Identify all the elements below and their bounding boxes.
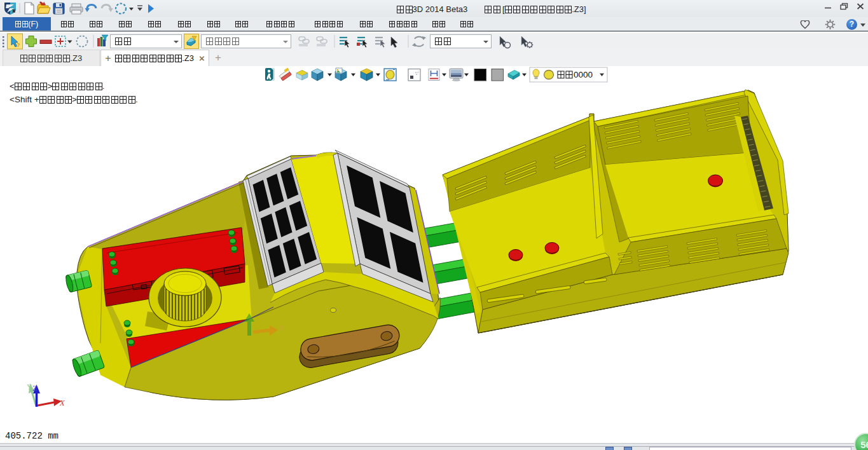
svg-text:?: ? [17,42,20,48]
svg-text:Z: Z [32,384,38,393]
svg-text:X: X [59,399,65,407]
svg-text:Y: Y [27,383,32,392]
